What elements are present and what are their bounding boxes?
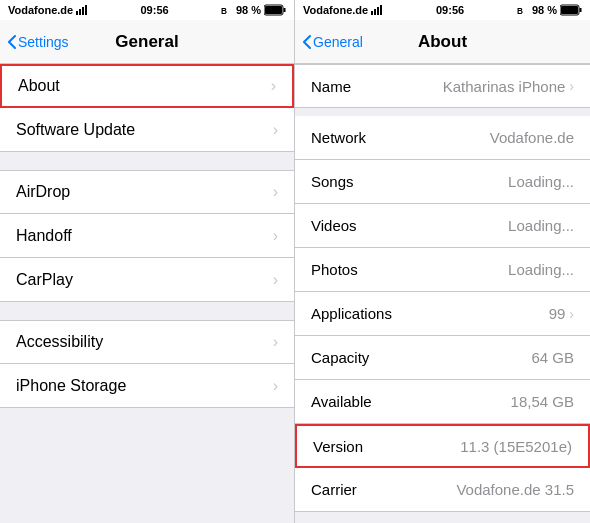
svg-rect-9	[374, 9, 376, 15]
battery-icon	[264, 4, 286, 16]
about-chevron: ›	[271, 77, 276, 95]
right-nav-bar: General About	[295, 20, 590, 64]
left-item-iphone-storage[interactable]: iPhone Storage ›	[0, 364, 294, 408]
left-section-3: Accessibility › iPhone Storage ›	[0, 320, 294, 408]
about-label: About	[18, 77, 60, 95]
svg-text:B: B	[517, 7, 523, 15]
left-time: 09:56	[140, 4, 168, 16]
left-panel: Vodafone.de 09:56 B 98 %	[0, 0, 295, 523]
name-chevron: ›	[569, 78, 574, 94]
applications-chevron: ›	[569, 306, 574, 322]
detail-label-network: Network	[311, 129, 366, 146]
svg-rect-8	[371, 11, 373, 15]
detail-row-version: Version11.3 (15E5201e)	[295, 424, 590, 468]
left-gap-2	[0, 302, 294, 320]
detail-label-photos: Photos	[311, 261, 358, 278]
detail-value-name: Katharinas iPhone›	[443, 78, 574, 95]
detail-value-applications: 99›	[549, 305, 574, 322]
svg-rect-3	[85, 5, 87, 15]
detail-value-version: 11.3 (15E5201e)	[460, 438, 572, 455]
handoff-label: Handoff	[16, 227, 72, 245]
left-item-about[interactable]: About ›	[0, 64, 294, 108]
right-status-carrier: Vodafone.de	[303, 4, 383, 16]
right-back-label: General	[313, 34, 363, 50]
carplay-chevron: ›	[273, 271, 278, 289]
detail-row-carrier: CarrierVodafone.de 31.5	[295, 468, 590, 512]
left-item-software-update[interactable]: Software Update ›	[0, 108, 294, 152]
left-section-1: About › Software Update ›	[0, 64, 294, 152]
svg-rect-14	[579, 8, 581, 12]
svg-rect-15	[561, 6, 578, 14]
iphone-storage-label: iPhone Storage	[16, 377, 126, 395]
detail-value-songs: Loading...	[508, 173, 574, 190]
right-carrier-text: Vodafone.de	[303, 4, 368, 16]
detail-value-photos: Loading...	[508, 261, 574, 278]
svg-rect-11	[380, 5, 382, 15]
detail-value-available: 18,54 GB	[511, 393, 574, 410]
detail-row-available: Available18,54 GB	[295, 380, 590, 424]
accessibility-chevron: ›	[273, 333, 278, 351]
detail-label-available: Available	[311, 393, 372, 410]
svg-rect-0	[76, 11, 78, 15]
battery-pct: 98 %	[236, 4, 261, 16]
carplay-label: CarPlay	[16, 271, 73, 289]
detail-label-version: Version	[313, 438, 363, 455]
right-status-bar: Vodafone.de 09:56 B 98 %	[295, 0, 590, 20]
svg-rect-2	[82, 7, 84, 15]
left-right-status: B 98 %	[221, 4, 286, 16]
right-bluetooth-icon: B	[517, 5, 529, 15]
left-nav-bar: Settings General	[0, 20, 294, 64]
detail-row-videos: VideosLoading...	[295, 204, 590, 248]
svg-text:B: B	[221, 7, 227, 15]
left-status-carrier: Vodafone.de	[8, 4, 88, 16]
signal-icon	[76, 5, 88, 15]
left-item-carplay[interactable]: CarPlay ›	[0, 258, 294, 302]
software-update-label: Software Update	[16, 121, 135, 139]
right-panel: Vodafone.de 09:56 B 98 %	[295, 0, 590, 523]
detail-value-network: Vodafone.de	[490, 129, 574, 146]
detail-row-applications[interactable]: Applications99›	[295, 292, 590, 336]
detail-row-network: NetworkVodafone.de	[295, 116, 590, 160]
bluetooth-icon: B	[221, 5, 233, 15]
right-time: 09:56	[436, 4, 464, 16]
airdrop-label: AirDrop	[16, 183, 70, 201]
svg-rect-6	[283, 8, 285, 12]
name-separator	[295, 108, 590, 116]
detail-label-applications: Applications	[311, 305, 392, 322]
right-back-chevron-icon	[303, 35, 311, 49]
left-back-label: Settings	[18, 34, 69, 50]
detail-label-videos: Videos	[311, 217, 357, 234]
left-status-bar: Vodafone.de 09:56 B 98 %	[0, 0, 294, 20]
detail-label-name: Name	[311, 78, 351, 95]
software-update-chevron: ›	[273, 121, 278, 139]
detail-row-capacity: Capacity64 GB	[295, 336, 590, 380]
detail-rows-container: NameKatharinas iPhone›NetworkVodafone.de…	[295, 64, 590, 512]
svg-rect-1	[79, 9, 81, 15]
right-back-button[interactable]: General	[303, 34, 363, 50]
left-item-airdrop[interactable]: AirDrop ›	[0, 170, 294, 214]
left-item-handoff[interactable]: Handoff ›	[0, 214, 294, 258]
left-back-button[interactable]: Settings	[8, 34, 69, 50]
detail-row-photos: PhotosLoading...	[295, 248, 590, 292]
detail-label-capacity: Capacity	[311, 349, 369, 366]
airdrop-chevron: ›	[273, 183, 278, 201]
right-battery-pct: 98 %	[532, 4, 557, 16]
svg-rect-7	[265, 6, 282, 14]
detail-value-capacity: 64 GB	[531, 349, 574, 366]
right-battery-icon	[560, 4, 582, 16]
iphone-storage-chevron: ›	[273, 377, 278, 395]
left-nav-title: General	[115, 32, 178, 52]
right-signal-icon	[371, 5, 383, 15]
detail-row-name[interactable]: NameKatharinas iPhone›	[295, 64, 590, 108]
detail-label-songs: Songs	[311, 173, 354, 190]
detail-row-songs: SongsLoading...	[295, 160, 590, 204]
carrier-text: Vodafone.de	[8, 4, 73, 16]
left-section-2: AirDrop › Handoff › CarPlay ›	[0, 170, 294, 302]
left-item-accessibility[interactable]: Accessibility ›	[0, 320, 294, 364]
right-right-status: B 98 %	[517, 4, 582, 16]
left-gap-1	[0, 152, 294, 170]
right-nav-title: About	[418, 32, 467, 52]
back-chevron-icon	[8, 35, 16, 49]
detail-label-carrier: Carrier	[311, 481, 357, 498]
detail-value-videos: Loading...	[508, 217, 574, 234]
